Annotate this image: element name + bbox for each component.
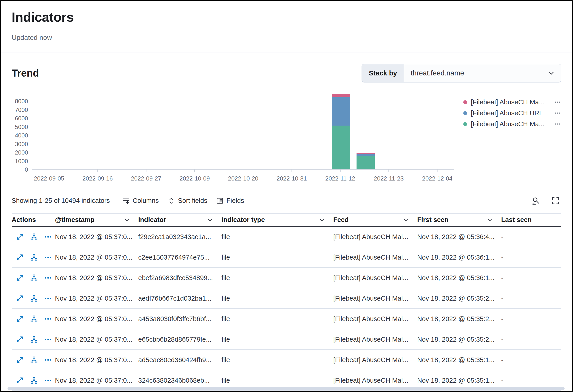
sort-fields-button-label: Sort fields: [178, 197, 207, 205]
row-actions-cell: [12, 253, 55, 261]
first-seen-cell: Nov 18, 2022 @ 05:36:4...: [417, 233, 501, 241]
column-header-timestamp[interactable]: @timestamp: [55, 216, 138, 223]
stacked-bar[interactable]: [332, 94, 350, 169]
y-axis-tick-label: 6000: [15, 115, 28, 122]
investigate-in-timeline-button[interactable]: [30, 253, 38, 261]
legend-item[interactable]: [Filebeat] AbuseCH Ma...: [463, 119, 561, 129]
boxes-horizontal-icon: [555, 110, 560, 116]
trend-heading: Trend: [12, 68, 39, 79]
table-toolbar: Showing 1-25 of 10494 indicators Columns…: [12, 194, 561, 207]
last-seen-cell: -: [501, 233, 561, 241]
legend-label: [Filebeat] AbuseCH Ma...: [471, 120, 551, 128]
bar-segment[interactable]: [332, 126, 350, 169]
x-axis-tick-label: 2022-09-16: [82, 175, 113, 182]
bar-segment[interactable]: [332, 97, 350, 126]
feed-cell: [Filebeat] AbuseCH Mal...: [333, 254, 417, 261]
chevron-down-icon[interactable]: [207, 217, 213, 223]
fullscreen-button[interactable]: [550, 195, 561, 207]
legend-item[interactable]: [Filebeat] AbuseCH Ma...: [463, 97, 561, 108]
more-actions-icon: [44, 295, 52, 302]
x-axis-tick-label: 2022-11-12: [325, 175, 355, 182]
more-actions-icon: [44, 315, 52, 323]
open-details-button[interactable]: [16, 315, 24, 323]
investigate-in-timeline-button[interactable]: [30, 274, 38, 282]
open-details-button[interactable]: [16, 233, 24, 241]
indicator-type-cell: file: [221, 233, 333, 241]
x-axis-tick-label: 2022-10-31: [276, 175, 307, 182]
x-axis-tick-label: 2022-09-27: [131, 175, 161, 182]
more-actions-button[interactable]: [44, 233, 52, 241]
row-actions-cell: [12, 294, 55, 302]
column-header-last-seen[interactable]: Last seen: [501, 216, 561, 223]
open-details-button[interactable]: [16, 356, 24, 364]
inspect-button[interactable]: [530, 195, 542, 207]
investigate-in-timeline-button[interactable]: [30, 356, 38, 364]
legend-actions-button[interactable]: [554, 98, 561, 106]
columns-button[interactable]: Columns: [118, 194, 163, 207]
feed-cell: [Filebeat] AbuseCH Mal...: [333, 315, 417, 323]
more-actions-button[interactable]: [44, 315, 52, 323]
more-actions-button[interactable]: [44, 376, 52, 384]
horizontal-scrollbar[interactable]: [8, 387, 565, 390]
timeline-icon: [30, 356, 38, 363]
legend-actions-button[interactable]: [554, 109, 561, 117]
x-axis-tickmark: [291, 170, 292, 172]
first-seen-cell: Nov 18, 2022 @ 05:35:2...: [417, 295, 501, 302]
chevron-down-icon[interactable]: [124, 217, 130, 223]
feed-cell: [Filebeat] AbuseCH Mal...: [333, 377, 417, 384]
more-actions-icon: [44, 356, 52, 363]
investigate-in-timeline-button[interactable]: [30, 294, 38, 302]
bar-segment[interactable]: [357, 153, 375, 154]
row-actions-cell: [12, 274, 55, 282]
last-seen-cell: -: [501, 377, 561, 384]
investigate-in-timeline-button[interactable]: [30, 315, 38, 323]
column-header-indicator-type[interactable]: Indicator type: [221, 216, 333, 223]
first-seen-cell: Nov 18, 2022 @ 05:36:1...: [417, 274, 501, 282]
more-actions-icon: [44, 274, 52, 281]
more-actions-button[interactable]: [44, 335, 52, 343]
legend-actions-button[interactable]: [554, 120, 561, 128]
bar-segment[interactable]: [357, 156, 375, 169]
investigate-in-timeline-button[interactable]: [30, 233, 38, 241]
row-actions-cell: [12, 356, 55, 364]
column-header-label: @timestamp: [55, 216, 94, 223]
open-details-button[interactable]: [16, 294, 24, 302]
trend-chart: 010002000300040005000600070008000 2022-0…: [12, 94, 454, 185]
open-details-button[interactable]: [16, 376, 24, 384]
row-actions-cell: [12, 335, 55, 343]
more-actions-button[interactable]: [44, 294, 52, 302]
more-actions-button[interactable]: [44, 356, 52, 364]
column-header-indicator[interactable]: Indicator: [138, 216, 221, 223]
timestamp-cell: Nov 18, 2022 @ 05:37:0...: [55, 254, 138, 261]
x-axis-tick-label: 2022-12-04: [422, 175, 453, 182]
toolbar-right-actions: [530, 195, 561, 207]
open-details-button[interactable]: [16, 274, 24, 282]
chart-y-axis: 010002000300040005000600070008000: [12, 94, 32, 170]
chevron-down-icon[interactable]: [319, 217, 325, 223]
bar-segment[interactable]: [357, 154, 375, 156]
chevron-down-icon[interactable]: [403, 217, 409, 223]
stacked-bar[interactable]: [357, 94, 375, 169]
chevron-down-icon[interactable]: [486, 217, 493, 223]
column-header-first-seen[interactable]: First seen: [417, 216, 501, 223]
more-actions-button[interactable]: [44, 274, 52, 282]
column-header-feed[interactable]: Feed: [333, 216, 417, 223]
indicator-cell: e65cbb6b28d865779fe...: [138, 336, 221, 343]
y-axis-tick-label: 2000: [15, 149, 28, 156]
sort-fields-button[interactable]: Sort fields: [163, 194, 212, 207]
x-axis-tickmark: [97, 170, 98, 172]
x-axis-tick-label: 2022-09-05: [34, 175, 64, 182]
investigate-in-timeline-button[interactable]: [30, 376, 38, 384]
inspect-icon: [532, 197, 540, 205]
open-details-button[interactable]: [16, 335, 24, 343]
legend-item[interactable]: [Filebeat] AbuseCH URL: [463, 108, 561, 119]
fields-button[interactable]: Fields: [212, 194, 249, 207]
x-axis-tick-label: 2022-10-09: [179, 175, 210, 182]
y-axis-tick-label: 4000: [15, 132, 28, 139]
timeline-icon: [30, 315, 38, 323]
open-details-button[interactable]: [16, 253, 24, 261]
bar-segment[interactable]: [332, 94, 350, 97]
more-actions-button[interactable]: [44, 253, 52, 261]
investigate-in-timeline-button[interactable]: [30, 335, 38, 343]
stack-by-select[interactable]: threat.feed.name: [404, 64, 561, 82]
